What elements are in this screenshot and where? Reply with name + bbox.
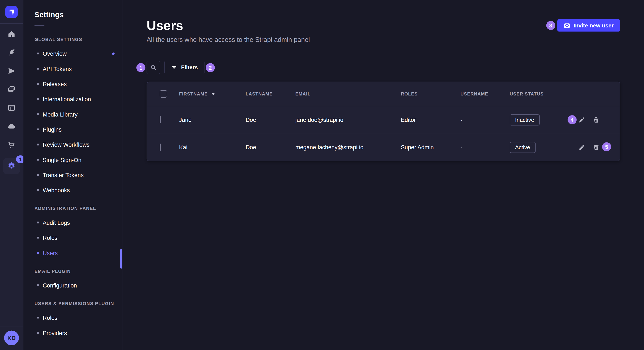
settings-title-underline <box>34 25 44 26</box>
layout-icon[interactable] <box>4 101 18 115</box>
sidebar-item-review-workflows[interactable]: Review Workflows <box>24 137 122 152</box>
sidebar-item-label: Transfer Tokens <box>43 172 84 178</box>
bullet-icon <box>37 113 39 115</box>
column-header-label: USERNAME <box>460 91 488 96</box>
sidebar-item-label: Releases <box>43 81 67 87</box>
active-item-indicator <box>120 249 122 269</box>
sidebar-item-roles[interactable]: Roles <box>24 230 122 245</box>
filters-button[interactable]: Filters <box>164 61 204 74</box>
toolbar: Filters <box>147 61 204 74</box>
strapi-logo[interactable] <box>5 6 18 18</box>
paper-plane-icon[interactable] <box>4 64 18 78</box>
cell-lastname: Doe <box>246 117 295 123</box>
row-checkbox[interactable] <box>160 144 160 151</box>
status-badge: Active <box>510 142 536 153</box>
column-header-lastname[interactable]: LASTNAME <box>246 91 295 96</box>
sidebar-item-users[interactable]: Users <box>24 245 122 260</box>
table-row-kai-doe[interactable]: KaiDoemegane.lacheny@strapi.ioSuper Admi… <box>147 134 620 161</box>
column-header-email[interactable]: EMAIL <box>296 91 401 96</box>
cell-roles: Super Admin <box>401 144 460 151</box>
bullet-icon <box>37 332 39 334</box>
column-header-roles[interactable]: ROLES <box>401 91 460 96</box>
bullet-icon <box>37 237 39 239</box>
pencil-icon <box>578 116 585 123</box>
page-subtitle: All the users who have access to the Str… <box>147 36 310 44</box>
page-title: Users <box>147 18 183 33</box>
sidebar-item-label: API Tokens <box>43 65 72 72</box>
table-row-jane-doe[interactable]: JaneDoejane.doe@strapi.ioEditor-Inactive <box>147 106 620 133</box>
cell-firstname: Kai <box>179 144 246 151</box>
strapi-logo-icon <box>5 6 18 18</box>
gear-icon[interactable]: 1 <box>3 158 20 174</box>
sidebar-item-configuration[interactable]: Configuration <box>24 278 122 293</box>
table-header-row: FIRSTNAMELASTNAMEEMAILROLESUSERNAMEUSER … <box>147 82 620 106</box>
cell-roles: Editor <box>401 117 460 123</box>
column-header-username[interactable]: USERNAME <box>460 91 510 96</box>
settings-sidebar-title: Settings <box>34 11 122 19</box>
som-badge-2: 2 <box>206 63 215 72</box>
edit-button[interactable] <box>578 116 585 123</box>
cell-username: - <box>460 117 510 123</box>
bullet-icon <box>37 159 39 161</box>
sidebar-item-audit-logs[interactable]: Audit Logs <box>24 215 122 230</box>
cell-username: - <box>460 144 510 151</box>
home-icon[interactable] <box>4 27 18 41</box>
rail-bottom: KD <box>0 326 23 350</box>
som-badge-1: 1 <box>136 63 145 72</box>
cloud-icon[interactable] <box>4 119 18 133</box>
bullet-icon <box>37 68 39 70</box>
sidebar-item-label: Review Workflows <box>43 141 90 148</box>
feather-icon[interactable] <box>4 45 18 59</box>
sidebar-item-providers[interactable]: Providers <box>24 325 122 340</box>
column-header-firstname[interactable]: FIRSTNAME <box>179 91 246 96</box>
bullet-icon <box>37 128 39 131</box>
bullet-icon <box>37 52 39 55</box>
invite-new-user-button[interactable]: Invite new user <box>558 19 620 32</box>
media-images-icon[interactable] <box>4 82 18 97</box>
sidebar-item-releases[interactable]: Releases <box>24 76 122 91</box>
sidebar-item-label: Internationalization <box>43 96 91 102</box>
delete-button[interactable] <box>593 116 600 123</box>
settings-nav: GLOBAL SETTINGSOverviewAPI TokensRelease… <box>24 37 122 341</box>
main-content: Users All the users who have access to t… <box>122 0 644 350</box>
delete-button[interactable] <box>593 144 600 151</box>
shopping-cart-icon[interactable] <box>4 138 18 152</box>
cell-firstname: Jane <box>179 117 246 123</box>
som-badge-5: 5 <box>602 142 611 151</box>
select-all-checkbox[interactable] <box>160 90 167 98</box>
sidebar-item-plugins[interactable]: Plugins <box>24 122 122 137</box>
row-checkbox[interactable] <box>160 116 160 124</box>
som-badge-3: 3 <box>546 21 555 30</box>
sidebar-item-transfer-tokens[interactable]: Transfer Tokens <box>24 167 122 182</box>
rail-icons: 1 <box>3 27 20 174</box>
nav-section-label: ADMINISTRATION PANEL <box>34 206 122 211</box>
sidebar-item-label: Roles <box>43 314 58 321</box>
column-header-user-status[interactable]: USER STATUS <box>510 91 577 96</box>
column-header-label: EMAIL <box>296 91 311 96</box>
sidebar-item-media-library[interactable]: Media Library <box>24 107 122 122</box>
bullet-icon <box>37 252 39 254</box>
nav-section-users-permissions-plugin: USERS & PERMISSIONS PLUGINRolesProviders <box>24 301 122 341</box>
sort-arrow-icon[interactable] <box>211 93 214 95</box>
cell-user-status: Inactive <box>510 114 577 126</box>
search-button[interactable] <box>147 61 160 74</box>
sidebar-item-overview[interactable]: Overview <box>24 46 122 61</box>
sidebar-item-api-tokens[interactable]: API Tokens <box>24 61 122 76</box>
sidebar-item-webhooks[interactable]: Webhooks <box>24 182 122 197</box>
bullet-icon <box>37 83 39 85</box>
edit-button[interactable] <box>578 144 585 151</box>
trash-icon <box>593 144 600 151</box>
sidebar-item-single-sign-on[interactable]: Single Sign-On <box>24 152 122 167</box>
table-body: JaneDoejane.doe@strapi.ioEditor-Inactive… <box>147 106 620 161</box>
sidebar-item-internationalization[interactable]: Internationalization <box>24 91 122 107</box>
row-actions <box>578 144 620 151</box>
cell-email: jane.doe@strapi.io <box>296 117 401 123</box>
sidebar-item-label: Webhooks <box>43 187 70 193</box>
rail-bottom-divider <box>0 326 23 327</box>
nav-section-global-settings: GLOBAL SETTINGSOverviewAPI TokensRelease… <box>24 37 122 198</box>
bullet-icon <box>37 174 39 176</box>
filters-label: Filters <box>181 64 198 71</box>
sidebar-item-label: Single Sign-On <box>43 157 82 163</box>
sidebar-item-roles[interactable]: Roles <box>24 310 122 325</box>
user-avatar[interactable]: KD <box>4 331 19 345</box>
